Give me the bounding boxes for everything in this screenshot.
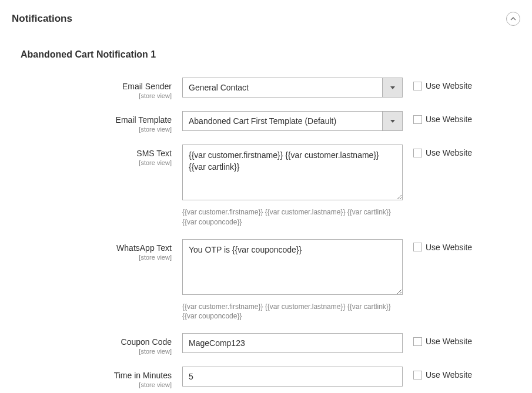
coupon-code-input[interactable]	[182, 333, 403, 353]
label-text: WhatsApp Text	[116, 243, 172, 253]
whatsapp-text-hint: {{var customer.firstname}} {{var custome…	[182, 302, 403, 322]
label-text: Email Template	[116, 115, 172, 125]
row-email-sender: Email Sender [store view] General Contac…	[12, 78, 520, 99]
collapse-button[interactable]	[506, 12, 520, 26]
use-website-label: Use Website	[426, 370, 472, 379]
scope-label: [store view]	[12, 254, 172, 261]
select-dropdown-button[interactable]	[382, 112, 402, 130]
label-text: Coupon Code	[121, 337, 172, 347]
chevron-up-icon	[510, 17, 516, 21]
row-time-minutes: Time in Minutes [store view] Use Website	[12, 367, 520, 388]
scope-label: [store view]	[12, 348, 172, 355]
label-whatsapp-text: WhatsApp Text [store view]	[12, 239, 182, 261]
label-time-minutes: Time in Minutes [store view]	[12, 367, 182, 388]
use-website-checkbox[interactable]	[413, 243, 422, 251]
caret-down-icon	[390, 120, 395, 123]
sms-text-input[interactable]	[182, 145, 403, 200]
label-text: Email Sender	[122, 82, 172, 91]
scope-label: [store view]	[12, 126, 172, 133]
use-website-label: Use Website	[426, 81, 472, 90]
label-email-sender: Email Sender [store view]	[12, 78, 182, 99]
label-text: Time in Minutes	[114, 371, 172, 380]
use-website-checkbox[interactable]	[413, 371, 422, 379]
use-website-checkbox[interactable]	[413, 82, 422, 90]
use-website-checkbox[interactable]	[413, 149, 422, 157]
email-sender-select[interactable]: General Contact	[182, 78, 403, 98]
row-sms-text: SMS Text [store view] {{var customer.fir…	[12, 145, 520, 227]
scope-label: [store view]	[12, 92, 172, 99]
label-email-template: Email Template [store view]	[12, 111, 182, 133]
label-text: SMS Text	[136, 149, 172, 158]
use-website-checkbox[interactable]	[413, 337, 422, 346]
use-website-label: Use Website	[426, 115, 472, 124]
caret-down-icon	[390, 86, 395, 89]
select-dropdown-button[interactable]	[382, 78, 402, 97]
time-minutes-input[interactable]	[182, 367, 403, 387]
use-website-label: Use Website	[426, 243, 472, 252]
scope-label: [store view]	[12, 159, 172, 166]
whatsapp-text-input[interactable]	[182, 239, 403, 295]
row-coupon-code: Coupon Code [store view] Use Website	[12, 333, 520, 355]
sms-text-hint: {{var customer.firstname}} {{var custome…	[182, 207, 403, 227]
select-value: General Contact	[183, 78, 382, 97]
section-title: Notifications	[12, 13, 72, 25]
select-value: Abandoned Cart First Template (Default)	[183, 112, 382, 130]
label-coupon-code: Coupon Code [store view]	[12, 333, 182, 355]
subsection-title: Abandoned Cart Notification 1	[21, 49, 520, 60]
section-header: Notifications	[12, 12, 520, 26]
use-website-checkbox[interactable]	[413, 115, 422, 124]
label-sms-text: SMS Text [store view]	[12, 145, 182, 166]
use-website-label: Use Website	[426, 148, 472, 157]
email-template-select[interactable]: Abandoned Cart First Template (Default)	[182, 111, 403, 131]
scope-label: [store view]	[12, 381, 172, 388]
row-email-template: Email Template [store view] Abandoned Ca…	[12, 111, 520, 133]
use-website-label: Use Website	[426, 337, 472, 346]
row-whatsapp-text: WhatsApp Text [store view] {{var custome…	[12, 239, 520, 322]
